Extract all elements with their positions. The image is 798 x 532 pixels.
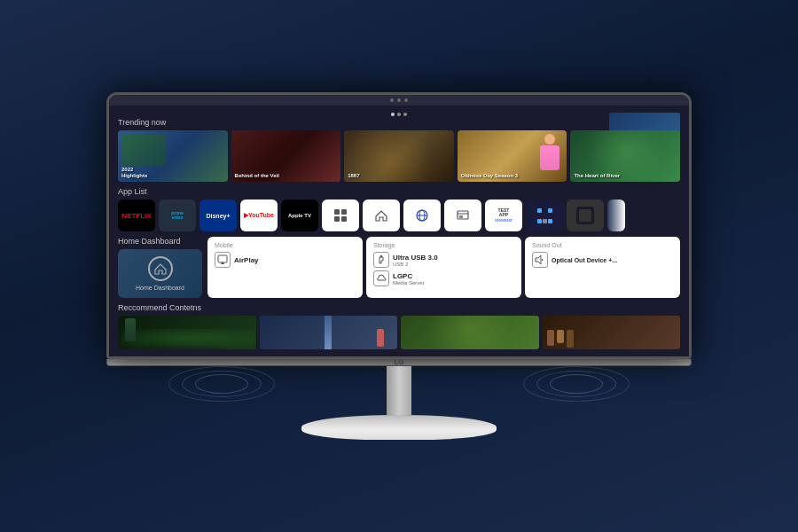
airplay-item[interactable]: AirPlay (215, 252, 356, 268)
speaker-left (160, 348, 284, 419)
home-dashboard-section: Home Dashboard Home Dashboard (118, 237, 680, 298)
monitor-base (301, 415, 497, 440)
app-home[interactable] (363, 200, 400, 231)
page-dots (118, 113, 680, 116)
recommend-label: Reccommend Contetns (118, 303, 680, 312)
home-dashboard-card-label: Home Dashboard (136, 285, 184, 291)
recommend-card-4[interactable] (543, 316, 681, 349)
monitor-neck (387, 366, 411, 415)
recommend-card-3[interactable] (401, 316, 539, 349)
trending-card-3[interactable]: 1887 (344, 130, 454, 182)
recommend-card-1[interactable] (118, 316, 256, 349)
monitor-dot (390, 98, 394, 102)
trending-card-1[interactable]: 2022Highlights (118, 130, 228, 182)
app-youtube[interactable]: ▶YouTube (240, 200, 278, 231)
app-netflix[interactable]: NETFLIX (118, 200, 155, 231)
app-pattern-1[interactable] (526, 200, 563, 231)
home-dashboard-icon (148, 256, 173, 281)
panel-sound-out: Sound Out Optical Out Device +... (525, 237, 680, 298)
app-pattern-2[interactable] (567, 200, 604, 231)
panel-mobile: Mobile AirPlay (207, 237, 363, 298)
app-partial[interactable] (607, 200, 625, 231)
optical-label: Optical Out Device +... (552, 257, 617, 263)
app-apple-tv[interactable]: Apple TV (281, 200, 318, 231)
home-dashboard-label: Home Dashboard (118, 237, 202, 246)
trending-card-4-label: Oldmiss Day Season 3 (461, 173, 518, 179)
dashboard-home-card[interactable]: Home Dashboard (118, 249, 202, 298)
svg-rect-3 (341, 216, 347, 222)
sound-out-title: Sound Out (532, 242, 673, 248)
panel-storage: Storage Ultra USB 3.0 USB 2 (366, 237, 521, 298)
page-dot-1[interactable] (391, 113, 395, 116)
media-icon (456, 208, 470, 223)
svg-rect-9 (459, 215, 463, 218)
speaker-icon (532, 252, 548, 268)
app-test-viewster[interactable]: TESTAPPviewster (485, 200, 522, 231)
app-prime-video[interactable]: primevideo (159, 200, 196, 231)
trending-row: 2022Highlights Behind of the Veil 1887 (118, 130, 680, 182)
page-dot-2[interactable] (397, 113, 401, 116)
home-icon (374, 208, 388, 223)
monitor-top-bar (109, 95, 689, 106)
svg-point-11 (380, 255, 382, 257)
usb-sublabel: USB 2 (393, 262, 438, 267)
monitor-dot (397, 98, 401, 102)
lgpc-item[interactable]: LGPC Media Server (373, 270, 514, 286)
optical-item[interactable]: Optical Out Device +... (532, 252, 673, 268)
svg-marker-12 (536, 255, 541, 264)
app-media[interactable] (444, 200, 481, 231)
recommend-card-2[interactable] (260, 316, 398, 349)
app-disney-plus[interactable]: Disney+ (200, 200, 237, 231)
airplay-icon (215, 252, 231, 268)
dashboard-home-icon-svg (153, 262, 168, 276)
trending-label: Trending now (118, 118, 680, 127)
trending-card-1-label: 2022Highlights (121, 167, 147, 179)
svg-rect-1 (341, 209, 347, 215)
airplay-label: AirPlay (234, 256, 259, 264)
svg-rect-0 (334, 209, 340, 215)
mobile-panel-title: Mobile (215, 242, 356, 248)
tv-screen: Trending now 2022Highlights Behind of th… (109, 106, 689, 356)
trending-card-5-label: The Heart of River (574, 173, 620, 179)
monitor-wrapper: Trending now 2022Highlights Behind of th… (106, 92, 692, 440)
trending-card-2-label: Behind of the Veil (235, 173, 279, 179)
app-grid[interactable] (322, 200, 359, 231)
svg-rect-10 (218, 255, 227, 262)
cloud-icon (373, 270, 389, 286)
trending-card-4[interactable]: Oldmiss Day Season 3 (458, 130, 567, 182)
usb-label: Ultra USB 3.0 (393, 254, 438, 262)
recommend-row (118, 316, 680, 349)
grid-icon (333, 208, 348, 223)
globe-icon (415, 208, 429, 223)
trending-card-5[interactable]: The Heart of River (570, 130, 680, 182)
trending-card-2[interactable]: Behind of the Veil (231, 130, 341, 182)
app-list-label: App List (118, 187, 680, 196)
app-list-row: NETFLIX primevideo Disney+ ▶YouTube Appl… (118, 200, 680, 231)
lgpc-sublabel: Media Server (393, 280, 425, 286)
stand-speaker-area (106, 366, 692, 440)
trending-card-3-label: 1887 (348, 173, 359, 179)
usb-item[interactable]: Ultra USB 3.0 USB 2 (373, 252, 514, 268)
dashboard-panels: Mobile AirPlay (207, 237, 680, 298)
usb-icon (373, 252, 389, 268)
lgpc-label: LGPC (393, 272, 425, 280)
monitor-dot (404, 98, 408, 102)
monitor-frame: Trending now 2022Highlights Behind of th… (106, 92, 692, 359)
speaker-right (514, 348, 638, 419)
storage-panel-title: Storage (373, 242, 514, 248)
lg-logo: LG (394, 358, 403, 366)
page-dot-3[interactable] (403, 113, 407, 116)
svg-rect-2 (334, 216, 340, 222)
app-web-browser[interactable] (403, 200, 441, 231)
